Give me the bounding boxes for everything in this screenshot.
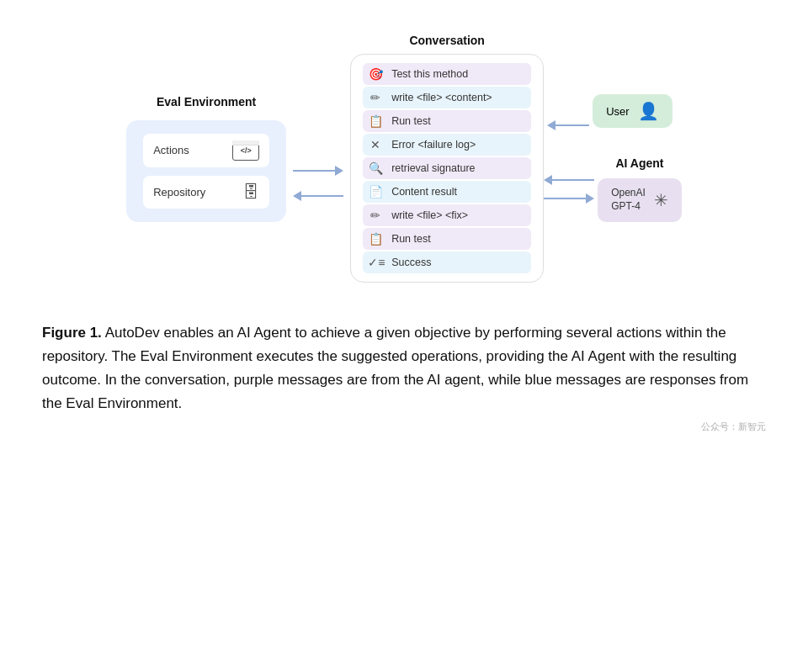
arrow-right-top (293, 165, 343, 177)
conv-text-6: write <file> <fix> (391, 209, 468, 221)
conv-text-1: write <file> <content> (391, 92, 492, 103)
openai-icon: ✳ (654, 190, 668, 210)
user-label: User (606, 105, 629, 118)
user-box: User 👤 (593, 94, 672, 128)
actions-row: Actions </> (143, 134, 269, 167)
target-icon: 🎯 (368, 67, 383, 81)
right-arrows-section: User 👤 AI Agent OpenAIGPT-4 ✳ (544, 94, 682, 221)
conv-item-4: 🔍 retrieval signature (363, 157, 531, 179)
eval-to-conv-arrows (293, 114, 343, 202)
user-arrow (547, 120, 589, 130)
check-icon: ✓≡ (368, 256, 383, 269)
database-icon: 🗄 (242, 183, 259, 202)
repository-row: Repository 🗄 (143, 176, 269, 209)
conv-item-1: ✏ write <file> <content> (363, 87, 531, 108)
figure-label: Figure 1. (42, 325, 102, 341)
user-icon: 👤 (638, 101, 659, 121)
openai-box: OpenAIGPT-4 ✳ (598, 178, 682, 221)
eval-environment: Eval Environment Actions </> Repository … (126, 95, 286, 222)
conv-text-0: Test this method (391, 68, 468, 80)
eval-env-box: Actions </> Repository 🗄 (126, 120, 286, 222)
conversation-column: Conversation 🎯 Test this method ✏ write … (350, 34, 544, 283)
code-icon: </> (232, 140, 259, 161)
pen-icon-6: ✏ (368, 209, 383, 222)
pen-icon-1: ✏ (368, 91, 383, 104)
conv-text-4: retrieval signature (391, 162, 475, 174)
conv-item-8: ✓≡ Success (363, 251, 531, 273)
actions-label: Actions (153, 144, 189, 156)
figure-caption: Figure 1. AutoDev enables an AI Agent to… (34, 321, 774, 415)
arrow-from-ai (544, 174, 594, 186)
conv-text-3: Error <failure log> (391, 139, 476, 151)
conv-text-8: Success (391, 257, 431, 268)
conv-text-2: Run test (391, 115, 431, 127)
ai-agent-title: AI Agent (615, 156, 663, 170)
conversation-title: Conversation (409, 34, 484, 47)
doc-icon-7: 📋 (368, 232, 383, 246)
user-row: User 👤 (544, 94, 672, 131)
caption-text: AutoDev enables an AI Agent to achieve a… (42, 325, 748, 411)
arrow-to-ai (544, 193, 594, 204)
conv-item-7: 📋 Run test (363, 228, 531, 250)
openai-label: OpenAIGPT-4 (611, 187, 646, 213)
watermark: 公众号：新智元 (34, 421, 774, 433)
conv-item-6: ✏ write <file> <fix> (363, 204, 531, 226)
conv-text-7: Run test (391, 233, 431, 245)
search-icon: 🔍 (368, 161, 383, 175)
doc-icon-5: 📄 (368, 185, 383, 198)
conv-item-0: 🎯 Test this method (363, 63, 531, 85)
conversation-box: 🎯 Test this method ✏ write <file> <conte… (350, 54, 544, 283)
x-icon: ✕ (368, 138, 383, 151)
arrow-left-bottom (293, 190, 343, 202)
conv-text-5: Content result (391, 186, 457, 198)
bidirectional-arrows (544, 174, 594, 204)
conv-item-5: 📄 Content result (363, 181, 531, 203)
doc-icon-2: 📋 (368, 114, 383, 128)
conv-item-3: ✕ Error <failure log> (363, 134, 531, 156)
repository-label: Repository (153, 186, 205, 198)
ai-agent-row: AI Agent OpenAIGPT-4 ✳ (544, 156, 682, 221)
conv-item-2: 📋 Run test (363, 110, 531, 132)
ai-agent-col: AI Agent OpenAIGPT-4 ✳ (598, 156, 682, 221)
diagram: Eval Environment Actions </> Repository … (34, 17, 774, 291)
eval-env-title: Eval Environment (157, 95, 256, 108)
